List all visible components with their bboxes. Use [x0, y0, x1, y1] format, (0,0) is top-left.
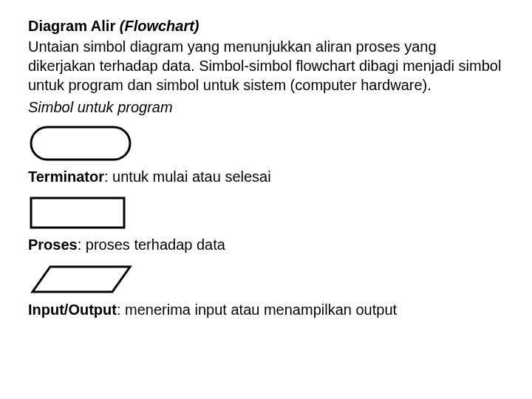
io-icon [30, 265, 504, 294]
title-plain: Diagram Alir [28, 18, 120, 34]
section-subhead: Simbol untuk program [28, 98, 504, 117]
io-desc: : menerima input atau menampilkan output [117, 301, 397, 318]
process-desc: : proses terhadap data [78, 236, 225, 253]
io-name: Input/Output [28, 301, 117, 318]
terminator-label: Terminator: untuk mulai atau selesai [28, 167, 504, 186]
symbol-io: Input/Output: menerima input atau menamp… [28, 265, 504, 319]
svg-rect-1 [31, 198, 124, 228]
svg-marker-2 [33, 267, 130, 292]
process-label: Proses: proses terhadap data [28, 235, 504, 254]
terminator-name: Terminator [28, 168, 104, 185]
title-italic: (Flowchart) [120, 18, 200, 34]
page-title: Diagram Alir (Flowchart) [28, 16, 504, 35]
process-icon [30, 197, 504, 229]
io-label: Input/Output: menerima input atau menamp… [28, 300, 504, 319]
process-name: Proses [28, 236, 78, 253]
description-text: Untaian simbol diagram yang menunjukkan … [28, 37, 504, 95]
terminator-icon [30, 126, 504, 161]
symbol-process: Proses: proses terhadap data [28, 197, 504, 254]
symbol-terminator: Terminator: untuk mulai atau selesai [28, 126, 504, 186]
svg-rect-0 [31, 127, 130, 160]
terminator-desc: : untuk mulai atau selesai [104, 168, 271, 185]
